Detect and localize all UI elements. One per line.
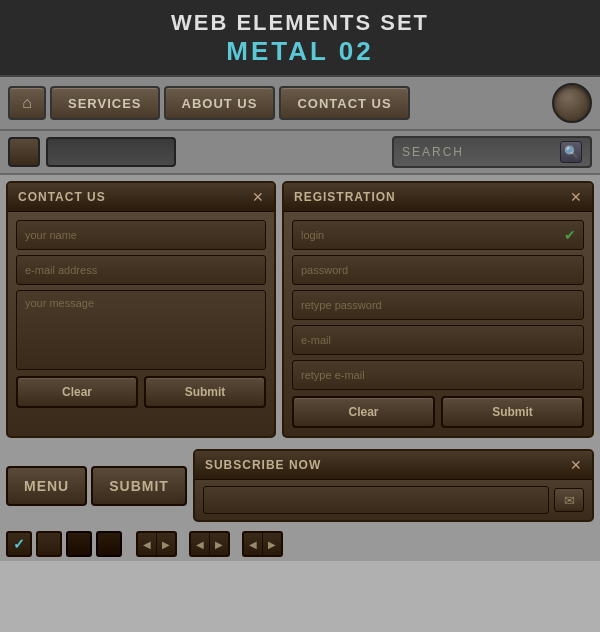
contact-btn-row: Clear Submit xyxy=(16,376,266,408)
reg-email-placeholder: e-mail xyxy=(301,334,331,346)
contact-email-placeholder: e-mail address xyxy=(25,264,97,276)
reg-password-placeholder: password xyxy=(301,264,348,276)
reg-login-placeholder: login xyxy=(301,229,324,241)
checkbox-checked[interactable] xyxy=(6,531,32,557)
contact-panel-header: CONTACT US ✕ xyxy=(8,183,274,212)
header-title: WEB ELEMENTS SET xyxy=(0,10,600,36)
reg-retype-password-placeholder: retype password xyxy=(301,299,382,311)
subscribe-body: ✉ xyxy=(195,480,592,520)
ctrl-pair-3: ◀ ▶ xyxy=(242,531,283,557)
nav-circle-decoration xyxy=(552,83,592,123)
ctrl-next-2[interactable]: ▶ xyxy=(210,533,228,555)
reg-retype-password-input[interactable]: retype password xyxy=(292,290,584,320)
contact-us-button[interactable]: CONTACT US xyxy=(279,86,409,120)
reg-retype-email-input[interactable]: retype e-mail xyxy=(292,360,584,390)
subscribe-email-icon[interactable]: ✉ xyxy=(554,488,584,512)
subscribe-email-input[interactable] xyxy=(203,486,549,514)
ctrl-square-dark-1[interactable] xyxy=(66,531,92,557)
contact-name-input[interactable]: your name xyxy=(16,220,266,250)
main-content: CONTACT US ✕ your name e-mail address yo… xyxy=(0,175,600,444)
header-subtitle: METAL 02 xyxy=(0,36,600,67)
sec-input-1[interactable] xyxy=(46,137,176,167)
controls-bar: ◀ ▶ ◀ ▶ ◀ ▶ xyxy=(0,527,600,561)
services-button[interactable]: SERVICES xyxy=(50,86,160,120)
search-label: SEARCH xyxy=(402,145,554,159)
ctrl-square-dark-2[interactable] xyxy=(96,531,122,557)
reg-retype-email-placeholder: retype e-mail xyxy=(301,369,365,381)
reg-login-row: login ✔ xyxy=(292,220,584,250)
bottom-left-btns: MENU SUBMIT xyxy=(6,466,187,506)
login-check-icon: ✔ xyxy=(564,227,576,243)
ctrl-pair-1: ◀ ▶ xyxy=(136,531,177,557)
contact-email-input[interactable]: e-mail address xyxy=(16,255,266,285)
menu-button[interactable]: MENU xyxy=(6,466,87,506)
contact-panel-close[interactable]: ✕ xyxy=(252,189,264,205)
reg-panel-close[interactable]: ✕ xyxy=(570,189,582,205)
contact-message-placeholder: your message xyxy=(25,297,94,309)
ctrl-prev-2[interactable]: ◀ xyxy=(191,533,209,555)
contact-panel-title: CONTACT US xyxy=(18,190,106,204)
subscribe-panel-header: SUBSCRIBE NOW ✕ xyxy=(195,451,592,480)
contact-clear-button[interactable]: Clear xyxy=(16,376,138,408)
contact-message-input[interactable]: your message xyxy=(16,290,266,370)
contact-name-placeholder: your name xyxy=(25,229,77,241)
reg-password-input[interactable]: password xyxy=(292,255,584,285)
about-us-button[interactable]: ABOUT US xyxy=(164,86,276,120)
submit-big-button[interactable]: SUBMIT xyxy=(91,466,187,506)
contact-panel-body: your name e-mail address your message Cl… xyxy=(8,212,274,416)
ctrl-next-1[interactable]: ▶ xyxy=(157,533,175,555)
home-icon: ⌂ xyxy=(22,94,32,112)
ctrl-prev-1[interactable]: ◀ xyxy=(138,533,156,555)
ctrl-pair-2: ◀ ▶ xyxy=(189,531,230,557)
email-icon: ✉ xyxy=(564,493,575,508)
ctrl-square-1[interactable] xyxy=(36,531,62,557)
contact-panel: CONTACT US ✕ your name e-mail address yo… xyxy=(6,181,276,438)
ctrl-next-3[interactable]: ▶ xyxy=(263,533,281,555)
ctrl-prev-3[interactable]: ◀ xyxy=(244,533,262,555)
reg-submit-button[interactable]: Submit xyxy=(441,396,584,428)
subscribe-panel-title: SUBSCRIBE NOW xyxy=(205,458,321,472)
reg-panel-title: REGISTRATION xyxy=(294,190,396,204)
home-button[interactable]: ⌂ xyxy=(8,86,46,120)
reg-email-input[interactable]: e-mail xyxy=(292,325,584,355)
contact-submit-button[interactable]: Submit xyxy=(144,376,266,408)
second-bar: SEARCH 🔍 xyxy=(0,131,600,175)
search-icon[interactable]: 🔍 xyxy=(560,141,582,163)
search-bar[interactable]: SEARCH 🔍 xyxy=(392,136,592,168)
reg-clear-button[interactable]: Clear xyxy=(292,396,435,428)
sec-btn-1[interactable] xyxy=(8,137,40,167)
reg-login-input[interactable]: login xyxy=(292,220,584,250)
bottom-bar: MENU SUBMIT SUBSCRIBE NOW ✕ ✉ xyxy=(0,444,600,527)
reg-panel-header: REGISTRATION ✕ xyxy=(284,183,592,212)
reg-panel-body: login ✔ password retype password e-mail … xyxy=(284,212,592,436)
subscribe-panel-close[interactable]: ✕ xyxy=(570,457,582,473)
navbar: ⌂ SERVICES ABOUT US CONTACT US xyxy=(0,77,600,131)
subscribe-panel: SUBSCRIBE NOW ✕ ✉ xyxy=(193,449,594,522)
registration-panel: REGISTRATION ✕ login ✔ password retype p… xyxy=(282,181,594,438)
reg-btn-row: Clear Submit xyxy=(292,396,584,428)
header: WEB ELEMENTS SET METAL 02 xyxy=(0,0,600,77)
